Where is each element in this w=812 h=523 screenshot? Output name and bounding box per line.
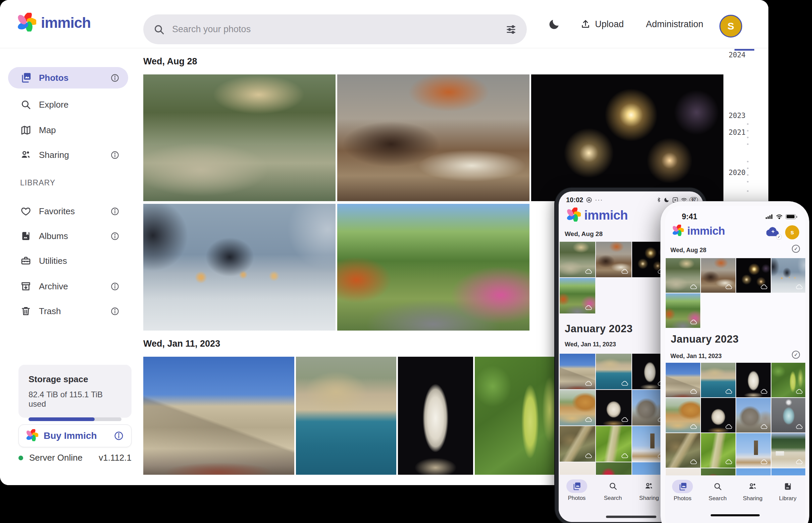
administration-button[interactable]: Administration <box>646 19 703 30</box>
sidebar-item-sharing[interactable]: Sharing <box>8 145 128 164</box>
photo-berries[interactable] <box>475 357 564 475</box>
cloud-backup-icon <box>725 283 733 291</box>
photo-fortress[interactable] <box>143 357 294 475</box>
photo-church[interactable] <box>736 433 771 468</box>
server-version: v1.112.1 <box>99 453 132 463</box>
photo-bust[interactable] <box>398 357 473 475</box>
timeline-scrubber-handle[interactable] <box>735 49 754 51</box>
photo-ornament[interactable] <box>772 398 805 432</box>
photo-dinner[interactable] <box>701 258 736 293</box>
search-input[interactable]: Search your photos <box>143 14 527 44</box>
photo-lizard2[interactable] <box>596 426 632 462</box>
photo-ruins[interactable] <box>736 398 771 432</box>
cloud-backup-icon <box>585 380 592 387</box>
cloud-backup-icon <box>690 458 697 466</box>
cloud-backup-icon <box>796 458 803 466</box>
nav-item-photos[interactable]: Photos <box>665 480 700 523</box>
photo-path[interactable] <box>666 293 700 328</box>
sidebar-item-favorites[interactable]: Favorites <box>8 202 128 221</box>
info-icon[interactable] <box>110 282 119 291</box>
photo-row <box>143 204 530 330</box>
photo-lizard1[interactable] <box>666 433 700 468</box>
sidebar-item-photos[interactable]: Photos <box>8 67 128 89</box>
android-app-logo: immich <box>567 208 628 223</box>
sidebar-item-albums[interactable]: Albums <box>8 227 128 246</box>
dark-mode-toggle-icon[interactable] <box>548 18 561 31</box>
photo-monkeys[interactable] <box>666 258 700 293</box>
photo-sculpture[interactable] <box>596 390 632 426</box>
photo-dinner[interactable] <box>337 74 530 201</box>
info-icon[interactable] <box>110 150 119 160</box>
upload-button[interactable]: Upload <box>580 19 624 30</box>
photo-dinner[interactable] <box>596 242 632 277</box>
nav-item-photos[interactable]: Photos <box>559 480 595 522</box>
search-filter-icon[interactable] <box>505 24 517 35</box>
sidebar-item-map[interactable]: Map <box>8 121 128 140</box>
photo-monkeys[interactable] <box>560 242 595 277</box>
photo-coastal[interactable] <box>596 354 632 389</box>
select-group-check-icon[interactable]: ✓ <box>792 351 800 359</box>
timeline-year[interactable]: 2023 <box>718 112 746 120</box>
photo-farm[interactable] <box>772 433 805 468</box>
timeline-year[interactable]: 2024 <box>718 51 746 59</box>
buy-immich-button[interactable]: Buy Immich <box>18 425 132 447</box>
photo-lizard2[interactable] <box>701 433 736 468</box>
photo-hands[interactable] <box>143 204 335 330</box>
cloud-backup-icon <box>725 458 733 466</box>
photo-fortress[interactable] <box>666 363 700 397</box>
nav-item-search[interactable]: Search <box>700 480 736 523</box>
iphone-status-bar: 9:41 <box>682 212 796 221</box>
avatar[interactable]: s <box>785 225 799 239</box>
timeline-year[interactable]: 2021 <box>718 128 746 137</box>
timeline-dots <box>747 121 748 149</box>
photo-fireworks[interactable] <box>531 74 723 201</box>
photo-hands[interactable] <box>772 258 805 293</box>
photo-path[interactable] <box>560 278 595 313</box>
sidebar-item-archive[interactable]: Archive <box>8 277 128 296</box>
photo-fireworks[interactable] <box>736 258 771 293</box>
buy-info-icon[interactable] <box>114 431 124 441</box>
nav-item-library[interactable]: Library <box>771 480 806 523</box>
sidebar-item-explore[interactable]: Explore <box>8 95 128 114</box>
cloud-sync-button[interactable]: ✓ <box>766 227 780 238</box>
photo-coastal[interactable] <box>701 363 736 397</box>
photo-bust[interactable] <box>736 363 771 397</box>
more-dots-icon: ··· <box>595 196 603 203</box>
cloud-backup-icon <box>761 458 768 466</box>
cloud-backup-icon <box>621 416 629 423</box>
sidebar-item-utilities[interactable]: Utilities <box>8 251 128 270</box>
sidebar-item-label: Explore <box>39 100 128 110</box>
sidebar-item-trash[interactable]: Trash <box>8 302 128 321</box>
info-icon[interactable] <box>110 307 119 316</box>
photo-fortress[interactable] <box>560 354 595 389</box>
iphone-home-indicator[interactable] <box>711 514 760 516</box>
avatar[interactable]: S <box>720 15 742 38</box>
nav-item-sharing[interactable]: Sharing <box>735 480 771 523</box>
nav-label: Search <box>709 495 727 502</box>
photo-sculpture[interactable] <box>701 398 736 432</box>
cloud-backup-icon <box>621 380 629 387</box>
photo-cliff[interactable] <box>560 390 595 426</box>
sidebar-item-label: Utilities <box>39 256 128 266</box>
info-icon[interactable] <box>110 232 119 241</box>
storage-progress <box>29 417 121 421</box>
timeline-year[interactable]: 2020 <box>718 169 746 177</box>
info-icon[interactable] <box>110 207 119 216</box>
topbar-actions: Upload Administration S <box>548 0 742 48</box>
photo-cliff[interactable] <box>666 398 700 432</box>
photo-coastal[interactable] <box>296 357 396 475</box>
info-icon[interactable] <box>110 73 119 83</box>
android-home-indicator[interactable] <box>606 516 656 518</box>
photo-lizard1[interactable] <box>560 426 595 462</box>
nav-label: Search <box>604 495 622 502</box>
nav-label: Library <box>779 495 797 502</box>
nav-label: Photos <box>568 495 586 502</box>
photo-monkeys[interactable] <box>143 74 335 201</box>
photo-berries[interactable] <box>772 363 805 397</box>
photo-path[interactable] <box>337 204 530 330</box>
albums-icon <box>20 231 32 241</box>
iphone-app-logo: immich <box>672 224 725 237</box>
select-group-check-icon[interactable]: ✓ <box>792 245 800 253</box>
immich-flower-icon <box>17 13 36 33</box>
server-status-label: Server Online <box>29 453 99 463</box>
